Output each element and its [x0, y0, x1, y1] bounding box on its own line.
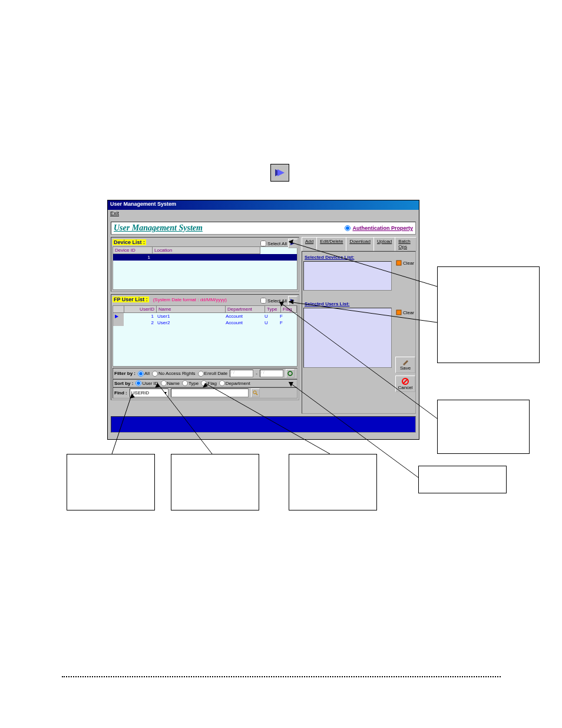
move-devices-button[interactable]: [288, 239, 297, 248]
cell-userid: 1: [124, 313, 156, 319]
col-location: Location: [153, 247, 260, 253]
save-button[interactable]: Save: [395, 357, 415, 373]
page-title: User Management System: [114, 223, 203, 233]
device-select-all-checkbox[interactable]: [260, 241, 266, 246]
filter-enroll-date[interactable]: Enroll Date: [198, 371, 228, 377]
col-type: Type: [265, 306, 281, 312]
svg-line-11: [403, 379, 408, 384]
move-users-button[interactable]: [288, 296, 297, 305]
tab-batch-ops[interactable]: Batch Ops: [395, 237, 416, 251]
svg-marker-9: [403, 360, 408, 365]
find-label: Find :: [114, 390, 127, 396]
sort-flag[interactable]: Flag: [201, 380, 217, 386]
clear-users-button[interactable]: Clear: [396, 309, 414, 315]
device-row[interactable]: 1: [113, 254, 297, 261]
tab-upload[interactable]: Upload: [373, 237, 395, 251]
cell-device-id: 1: [113, 254, 152, 261]
cell-flag: F: [278, 313, 293, 319]
col-name: Name: [157, 306, 226, 312]
svg-marker-3: [290, 299, 295, 302]
device-list-label: Device List :: [113, 239, 146, 245]
device-list-panel: Device List : Select All Device ID Locat…: [111, 237, 299, 292]
auth-radio[interactable]: [345, 225, 351, 231]
date-to-input[interactable]: / /: [260, 370, 283, 377]
selected-devices-box: [303, 261, 392, 291]
sort-label: Sort by :: [114, 381, 133, 386]
row-marker: ▶: [113, 313, 124, 319]
menu-exit[interactable]: Exit: [110, 210, 119, 216]
selected-users-label: Selected Users List:: [305, 301, 414, 307]
col-device-id: Device ID: [113, 247, 153, 253]
tab-download[interactable]: Download: [346, 237, 374, 251]
svg-rect-7: [396, 261, 401, 265]
col-userid: UserID: [124, 306, 157, 312]
user-grid: UserID Name Department Type Flag ▶ 1 Use…: [113, 305, 297, 367]
user-row[interactable]: ▶ 1 User1 Account U F: [113, 313, 297, 319]
callout-box: [418, 466, 507, 493]
cell-name: User1: [156, 313, 224, 319]
find-button[interactable]: [251, 388, 260, 397]
callout-box: [171, 454, 259, 510]
callout-box: [67, 454, 155, 510]
clear-devices-button[interactable]: Clear: [396, 260, 414, 266]
user-select-all-label: Select All: [267, 298, 287, 304]
arrow-right-icon: [270, 164, 289, 182]
find-input[interactable]: [171, 388, 249, 397]
user-grid-header: UserID Name Department Type Flag: [113, 306, 297, 313]
cancel-button[interactable]: Cancel: [395, 375, 415, 392]
clear-icon: [396, 309, 402, 315]
cell-name: User2: [156, 319, 224, 326]
sort-type[interactable]: Type: [182, 380, 199, 386]
cell-dept: Account: [224, 319, 263, 326]
window-title: User Management System: [110, 201, 176, 207]
pencil-icon: [402, 360, 409, 365]
refresh-icon: [287, 371, 293, 376]
cell-type: U: [263, 319, 278, 326]
col-department: Department: [226, 306, 265, 312]
device-grid-header: Device ID Location: [113, 247, 260, 254]
cell-location: [152, 254, 297, 261]
filter-all[interactable]: All: [138, 371, 150, 377]
selected-users-box: [303, 308, 392, 368]
search-icon: [253, 390, 258, 396]
find-selected-value: USERID: [131, 390, 149, 396]
filter-no-access[interactable]: No Access Rights: [152, 371, 196, 377]
user-list-panel: FP User List : (System Date format : dd/…: [111, 294, 299, 400]
filter-row: Filter by : All No Access Rights Enroll …: [113, 368, 297, 379]
user-select-all-checkbox[interactable]: [260, 298, 266, 304]
tab-edit-delete[interactable]: Edit/Delete: [316, 237, 346, 251]
sort-userid[interactable]: User ID: [135, 380, 158, 386]
selected-devices-label: Selected Devices List:: [305, 255, 414, 260]
status-bar: [111, 416, 416, 433]
user-list-hint: (System Date format : dd/MM/yyyy): [153, 297, 227, 302]
header-banner: User Management System Authentication Pr…: [111, 222, 416, 235]
sort-department[interactable]: Department: [219, 380, 250, 386]
app-window: User Management System Exit User Managem…: [107, 200, 419, 440]
date-from-input[interactable]: / /: [230, 370, 253, 377]
row-marker: [113, 319, 124, 326]
cell-type: U: [263, 313, 278, 319]
callout-box: [289, 454, 377, 510]
sort-name[interactable]: Name: [161, 380, 180, 386]
device-grid: Device ID Location 1: [113, 246, 297, 290]
svg-point-4: [288, 371, 292, 375]
dotted-divider: [62, 676, 501, 677]
refresh-button[interactable]: [286, 369, 295, 378]
cell-flag: F: [278, 319, 293, 326]
find-row: Find : USERID ▾: [113, 387, 297, 398]
arrow-right-icon: [290, 298, 296, 303]
sort-row: Sort by : User ID Name Type Flag Departm…: [113, 379, 297, 387]
auth-property-link[interactable]: Authentication Property: [345, 225, 413, 231]
cancel-icon: [402, 378, 409, 385]
col-flag: Flag: [281, 306, 297, 312]
chevron-down-icon: ▾: [164, 390, 167, 396]
cell-dept: Account: [224, 313, 263, 319]
svg-point-5: [253, 391, 256, 394]
right-panel: Add Edit/Delete Download Upload Batch Op…: [302, 237, 416, 414]
title-bar: User Management System: [108, 200, 419, 210]
cell-userid: 2: [124, 319, 156, 326]
user-row[interactable]: 2 User2 Account U F: [113, 319, 297, 326]
find-field-select[interactable]: USERID ▾: [130, 388, 168, 397]
date-dash: -: [256, 371, 257, 376]
tab-add[interactable]: Add: [302, 237, 317, 251]
